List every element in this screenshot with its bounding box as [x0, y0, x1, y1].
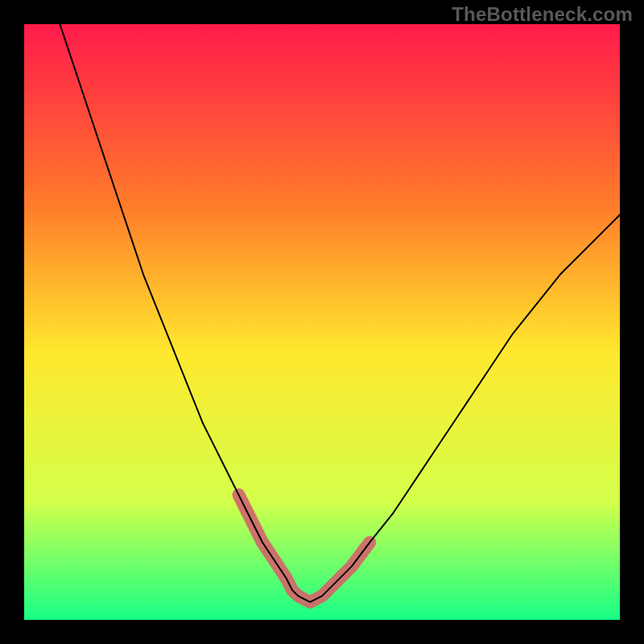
chart-frame: TheBottleneck.com	[0, 0, 644, 644]
chart-svg	[24, 24, 620, 620]
watermark-text: TheBottleneck.com	[452, 3, 633, 26]
plot-area	[24, 24, 620, 620]
gradient-background	[24, 24, 620, 620]
